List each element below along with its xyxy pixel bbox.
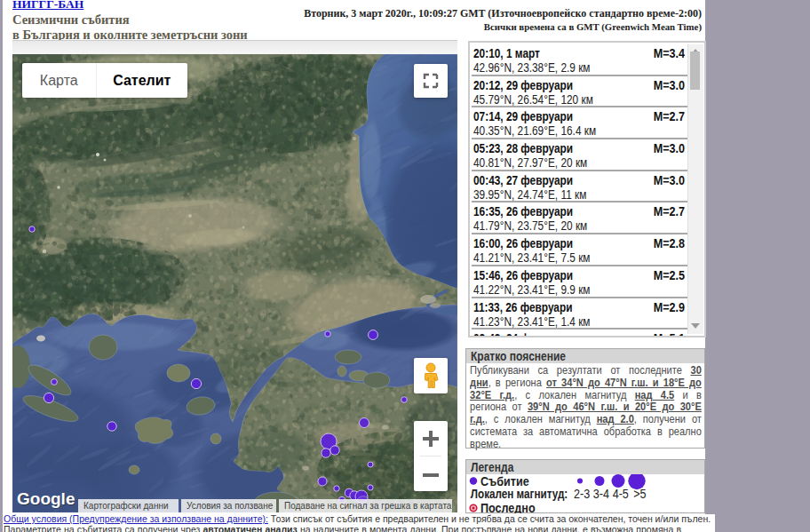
svg-text:Google: Google — [17, 489, 75, 508]
svg-text:2-33-44-5>5: 2-33-44-5>5 — [574, 486, 647, 501]
svg-text:Условия за ползване: Условия за ползване — [187, 501, 274, 511]
svg-text:Картографски данни: Картографски данни — [83, 501, 169, 511]
svg-text:Последно: Последно — [480, 500, 536, 513]
svg-text:Подаване на сигнал за грешка в: Подаване на сигнал за грешка в картата — [284, 501, 452, 511]
